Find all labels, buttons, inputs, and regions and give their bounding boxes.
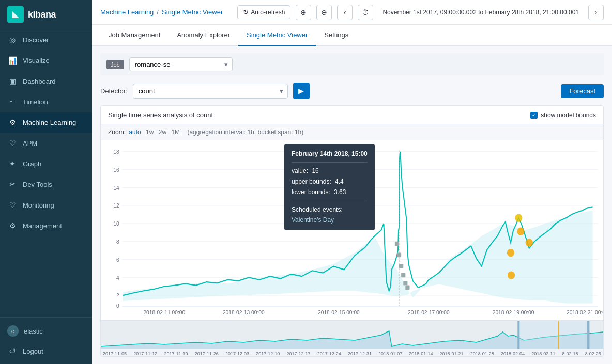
svg-point-29 (526, 239, 533, 246)
breadcrumb-parent[interactable]: Machine Learning (100, 8, 154, 16)
next-button[interactable]: › (588, 5, 604, 20)
logout-item[interactable]: ⏎ Logout (0, 341, 92, 361)
breadcrumb-separator: / (157, 8, 159, 16)
main-chart-svg: 18 16 14 12 10 8 6 4 2 0 (101, 140, 603, 320)
sidebar-item-label-management: Management (23, 222, 62, 230)
svg-rect-27 (405, 286, 409, 290)
management-icon: ⚙ (7, 220, 18, 231)
sidebar-item-label-ml: Machine Learning (23, 119, 76, 126)
prev-button[interactable]: ‹ (337, 5, 353, 20)
clock-icon: ⏱ (362, 8, 369, 17)
svg-text:14: 14 (113, 184, 119, 191)
zoom-in-button[interactable]: ⊕ (296, 5, 311, 20)
kibana-logo-icon (7, 6, 24, 23)
auto-refresh-button[interactable]: ↻ Auto-refresh (237, 5, 290, 19)
svg-point-28 (517, 228, 524, 235)
breadcrumb: Machine Learning / Single Metric Viewer (100, 8, 223, 16)
svg-text:2018-02-21 00:00: 2018-02-21 00:00 (567, 309, 603, 315)
sidebar-item-label-dashboard: Dashboard (23, 77, 56, 85)
job-row: Job romance-se ▾ (100, 53, 604, 75)
tabbar: Job Management Anomaly Explorer Single M… (92, 25, 612, 46)
sidebar-item-machine-learning[interactable]: ⚙ Machine Learning (0, 112, 92, 133)
nav-label-6: 2017-12-10 (256, 351, 280, 356)
dev-tools-icon: ✂ (7, 179, 18, 189)
user-profile-item[interactable]: e elastic (0, 321, 92, 341)
topbar: Machine Learning / Single Metric Viewer … (92, 0, 612, 25)
nav-label-2: 2017-11-12 (133, 351, 157, 356)
run-button[interactable]: ▶ (293, 83, 310, 99)
sidebar-item-management[interactable]: ⚙ Management (0, 215, 92, 236)
nav-label-7: 2017-12-17 (286, 351, 310, 356)
model-bounds-control[interactable]: ✓ show model bounds (530, 112, 596, 119)
svg-text:6: 6 (116, 257, 119, 263)
sidebar-item-apm[interactable]: ♡ APM (0, 133, 92, 153)
sidebar-item-visualize[interactable]: 📊 Visualize (0, 50, 92, 71)
navigator-svg (101, 321, 603, 349)
sidebar-item-label-discover: Discover (23, 36, 49, 44)
zoom-1m[interactable]: 1M (171, 129, 180, 136)
run-icon: ▶ (298, 87, 304, 95)
sidebar-item-monitoring[interactable]: ♡ Monitoring (0, 195, 92, 215)
machine-learning-icon: ⚙ (7, 117, 18, 128)
svg-text:10: 10 (113, 220, 119, 227)
navigator-chart: 2017-11-05 2017-11-12 2017-11-19 2017-11… (101, 320, 603, 356)
detector-row: Detector: count ▾ ▶ Forecast (100, 83, 604, 99)
tab-anomaly-explorer[interactable]: Anomaly Explorer (169, 25, 238, 46)
clock-button[interactable]: ⏱ (358, 5, 373, 20)
sidebar-item-dev-tools[interactable]: ✂ Dev Tools (0, 174, 92, 195)
svg-text:4: 4 (116, 274, 119, 280)
detector-select[interactable]: count ▾ (133, 84, 288, 99)
main-content: Machine Learning / Single Metric Viewer … (92, 0, 612, 364)
zoom-2w[interactable]: 2w (159, 129, 166, 136)
nav-label-8: 2017-12-24 (317, 351, 341, 356)
svg-text:8: 8 (116, 239, 119, 245)
chart-canvas-area: 18 16 14 12 10 8 6 4 2 0 (101, 140, 603, 320)
tab-settings[interactable]: Settings (316, 25, 357, 46)
forecast-button[interactable]: Forecast (561, 84, 604, 98)
zoom-label: Zoom: (108, 129, 126, 136)
job-select[interactable]: romance-se ▾ (129, 57, 233, 71)
zoom-out-button[interactable]: ⊖ (316, 5, 332, 20)
auto-refresh-label: Auto-refresh (251, 9, 285, 16)
sidebar-item-label-timelion: Timelion (23, 98, 48, 106)
nav-label-15: 2018-02-11 (531, 351, 555, 356)
svg-text:16: 16 (113, 167, 119, 173)
model-bounds-checkbox[interactable]: ✓ (530, 112, 538, 119)
svg-rect-26 (403, 281, 407, 286)
svg-rect-42 (587, 321, 589, 349)
avatar: e (7, 325, 19, 337)
detector-label: Detector: (100, 87, 128, 95)
svg-rect-23 (397, 253, 401, 258)
nav-label-10: 2018-01-07 (378, 351, 402, 356)
chart-header: Single time series analysis of count ✓ s… (101, 106, 603, 124)
sidebar-logo: kibana (0, 0, 92, 29)
zoom-1w[interactable]: 1w (146, 129, 154, 136)
nav-label-11: 2018-01-14 (409, 351, 433, 356)
sidebar-item-dashboard[interactable]: ▣ Dashboard (0, 71, 92, 91)
date-range-display: November 1st 2017, 09:00:00.002 to Febru… (382, 9, 579, 16)
svg-rect-40 (518, 321, 587, 349)
navigator-labels: 2017-11-05 2017-11-12 2017-11-19 2017-11… (101, 351, 603, 356)
nav-label-13: 2018-01-28 (470, 351, 494, 356)
sidebar-item-label-visualize: Visualize (23, 57, 50, 65)
svg-text:0: 0 (116, 303, 119, 309)
tab-job-management[interactable]: Job Management (100, 25, 169, 46)
nav-label-1: 2017-11-05 (103, 351, 127, 356)
breadcrumb-current: Single Metric Viewer (162, 8, 223, 16)
nav-label-16: 8-02-18 (562, 351, 578, 356)
detector-select-chevron: ▾ (280, 87, 283, 95)
svg-marker-0 (12, 11, 19, 18)
sidebar-item-graph[interactable]: ✦ Graph (0, 153, 92, 174)
svg-text:18: 18 (113, 149, 119, 155)
nav-label-17: 8-02-25 (585, 351, 601, 356)
tab-single-metric-viewer[interactable]: Single Metric Viewer (238, 25, 316, 46)
svg-rect-41 (517, 321, 519, 349)
svg-text:2018-02-11 00:00: 2018-02-11 00:00 (143, 309, 185, 315)
sidebar-item-discover[interactable]: ◎ Discover (0, 29, 92, 50)
zoom-auto[interactable]: auto (129, 129, 141, 136)
sidebar-item-timelion[interactable]: 〰 Timelion (0, 91, 92, 112)
job-select-value: romance-se (135, 60, 171, 68)
svg-point-31 (507, 249, 514, 257)
svg-text:2018-02-15 00:00: 2018-02-15 00:00 (318, 309, 360, 315)
nav-label-5: 2017-12-03 (225, 351, 249, 356)
